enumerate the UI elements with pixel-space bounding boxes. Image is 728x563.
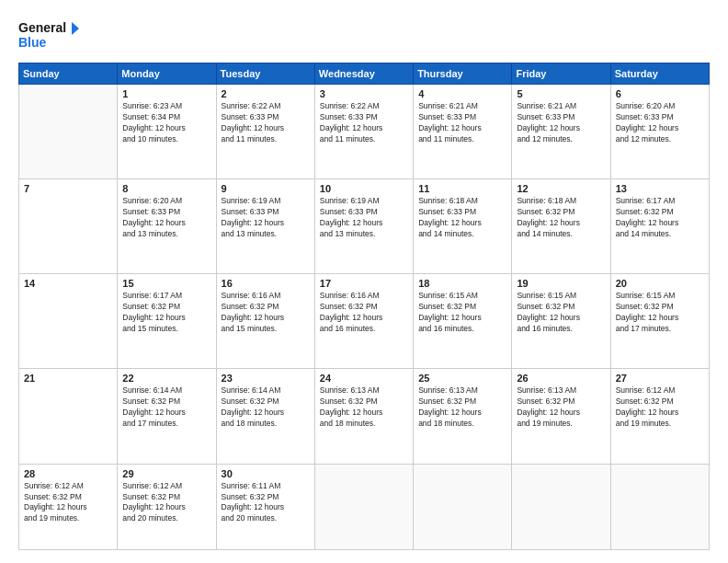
calendar-cell: 29Sunrise: 6:12 AMSunset: 6:32 PMDayligh… [118, 464, 216, 549]
calendar-cell: 23Sunrise: 6:14 AMSunset: 6:32 PMDayligh… [216, 369, 314, 464]
calendar-cell: 15Sunrise: 6:17 AMSunset: 6:32 PMDayligh… [118, 274, 216, 369]
calendar-cell: 1Sunrise: 6:23 AMSunset: 6:34 PMDaylight… [118, 85, 216, 179]
calendar-cell: 18Sunrise: 6:15 AMSunset: 6:32 PMDayligh… [414, 274, 512, 369]
day-number: 26 [517, 373, 605, 384]
calendar-cell: 12Sunrise: 6:18 AMSunset: 6:32 PMDayligh… [512, 179, 610, 274]
calendar-cell: 5Sunrise: 6:21 AMSunset: 6:33 PMDaylight… [512, 85, 610, 179]
calendar-cell [610, 464, 709, 549]
calendar-header-row: SundayMondayTuesdayWednesdayThursdayFrid… [19, 63, 710, 85]
day-number: 5 [517, 88, 605, 99]
day-number: 28 [24, 468, 112, 479]
day-info: Sunrise: 6:15 AMSunset: 6:32 PMDaylight:… [418, 291, 506, 335]
day-number: 13 [616, 183, 704, 194]
calendar-header-sunday: Sunday [19, 63, 118, 85]
day-number: 14 [24, 278, 112, 289]
calendar-cell: 24Sunrise: 6:13 AMSunset: 6:32 PMDayligh… [314, 369, 413, 464]
day-number: 22 [122, 373, 210, 384]
calendar-cell: 30Sunrise: 6:11 AMSunset: 6:32 PMDayligh… [216, 464, 314, 549]
calendar-cell: 27Sunrise: 6:12 AMSunset: 6:32 PMDayligh… [610, 369, 709, 464]
day-number: 23 [222, 373, 310, 384]
day-number: 21 [24, 373, 112, 384]
calendar-week-5: 28Sunrise: 6:12 AMSunset: 6:32 PMDayligh… [19, 464, 710, 549]
calendar-cell: 8Sunrise: 6:20 AMSunset: 6:33 PMDaylight… [118, 179, 216, 274]
calendar-cell: 11Sunrise: 6:18 AMSunset: 6:33 PMDayligh… [414, 179, 512, 274]
calendar-cell [314, 464, 413, 549]
day-number: 27 [616, 373, 704, 384]
logo-svg: General Blue [18, 17, 83, 53]
day-info: Sunrise: 6:19 AMSunset: 6:33 PMDaylight:… [320, 196, 408, 240]
day-info: Sunrise: 6:13 AMSunset: 6:32 PMDaylight:… [320, 385, 408, 430]
calendar-cell: 21 [19, 369, 118, 464]
day-number: 20 [616, 278, 704, 289]
day-number: 17 [320, 278, 408, 289]
calendar-header-friday: Friday [512, 63, 610, 85]
calendar-cell: 22Sunrise: 6:14 AMSunset: 6:32 PMDayligh… [118, 369, 216, 464]
day-info: Sunrise: 6:16 AMSunset: 6:32 PMDaylight:… [320, 291, 408, 335]
day-info: Sunrise: 6:12 AMSunset: 6:32 PMDaylight:… [24, 481, 112, 525]
calendar-cell: 28Sunrise: 6:12 AMSunset: 6:32 PMDayligh… [19, 464, 118, 549]
calendar-cell: 10Sunrise: 6:19 AMSunset: 6:33 PMDayligh… [314, 179, 413, 274]
calendar-cell: 16Sunrise: 6:16 AMSunset: 6:32 PMDayligh… [216, 274, 314, 369]
day-number: 24 [320, 373, 408, 384]
calendar-week-3: 1415Sunrise: 6:17 AMSunset: 6:32 PMDayli… [19, 274, 710, 369]
day-info: Sunrise: 6:18 AMSunset: 6:33 PMDaylight:… [418, 196, 506, 240]
day-number: 10 [320, 183, 408, 194]
page-header: General Blue [18, 17, 710, 53]
calendar-week-4: 2122Sunrise: 6:14 AMSunset: 6:32 PMDayli… [19, 369, 710, 464]
calendar-cell: 4Sunrise: 6:21 AMSunset: 6:33 PMDaylight… [414, 85, 512, 179]
day-number: 1 [122, 88, 210, 99]
calendar-cell: 6Sunrise: 6:20 AMSunset: 6:33 PMDaylight… [610, 85, 709, 179]
day-info: Sunrise: 6:11 AMSunset: 6:32 PMDaylight:… [222, 481, 310, 525]
svg-text:Blue: Blue [18, 35, 47, 50]
day-info: Sunrise: 6:14 AMSunset: 6:32 PMDaylight:… [222, 385, 310, 430]
calendar-week-1: 1Sunrise: 6:23 AMSunset: 6:34 PMDaylight… [19, 85, 710, 179]
day-info: Sunrise: 6:16 AMSunset: 6:32 PMDaylight:… [222, 291, 310, 335]
day-info: Sunrise: 6:21 AMSunset: 6:33 PMDaylight:… [418, 101, 506, 145]
day-number: 11 [418, 183, 506, 194]
day-info: Sunrise: 6:12 AMSunset: 6:32 PMDaylight:… [616, 385, 704, 430]
calendar-cell: 13Sunrise: 6:17 AMSunset: 6:32 PMDayligh… [610, 179, 709, 274]
calendar-cell: 7 [19, 179, 118, 274]
calendar-cell: 26Sunrise: 6:13 AMSunset: 6:32 PMDayligh… [512, 369, 610, 464]
day-info: Sunrise: 6:17 AMSunset: 6:32 PMDaylight:… [616, 196, 704, 240]
calendar-week-2: 78Sunrise: 6:20 AMSunset: 6:33 PMDayligh… [19, 179, 710, 274]
day-number: 12 [517, 183, 605, 194]
calendar-cell: 14 [19, 274, 118, 369]
day-info: Sunrise: 6:20 AMSunset: 6:33 PMDaylight:… [122, 196, 210, 240]
day-info: Sunrise: 6:22 AMSunset: 6:33 PMDaylight:… [222, 101, 310, 145]
day-info: Sunrise: 6:21 AMSunset: 6:33 PMDaylight:… [517, 101, 605, 145]
calendar-header-thursday: Thursday [414, 63, 512, 85]
day-info: Sunrise: 6:15 AMSunset: 6:32 PMDaylight:… [616, 291, 704, 335]
calendar-cell: 2Sunrise: 6:22 AMSunset: 6:33 PMDaylight… [216, 85, 314, 179]
calendar-cell [414, 464, 512, 549]
day-number: 15 [122, 278, 210, 289]
day-info: Sunrise: 6:20 AMSunset: 6:33 PMDaylight:… [616, 101, 704, 145]
svg-marker-2 [72, 22, 79, 35]
calendar-header-saturday: Saturday [610, 63, 709, 85]
day-number: 4 [418, 88, 506, 99]
calendar-cell: 19Sunrise: 6:15 AMSunset: 6:32 PMDayligh… [512, 274, 610, 369]
day-number: 7 [24, 183, 112, 194]
day-number: 6 [616, 88, 704, 99]
day-info: Sunrise: 6:13 AMSunset: 6:32 PMDaylight:… [418, 385, 506, 430]
calendar-cell: 25Sunrise: 6:13 AMSunset: 6:32 PMDayligh… [414, 369, 512, 464]
calendar-table: SundayMondayTuesdayWednesdayThursdayFrid… [18, 63, 710, 550]
svg-text:General: General [18, 20, 66, 35]
day-info: Sunrise: 6:19 AMSunset: 6:33 PMDaylight:… [222, 196, 310, 240]
day-info: Sunrise: 6:22 AMSunset: 6:33 PMDaylight:… [320, 101, 408, 145]
day-number: 16 [222, 278, 310, 289]
calendar-cell: 17Sunrise: 6:16 AMSunset: 6:32 PMDayligh… [314, 274, 413, 369]
calendar-header-monday: Monday [118, 63, 216, 85]
day-number: 9 [222, 183, 310, 194]
calendar-cell [19, 85, 118, 179]
day-info: Sunrise: 6:14 AMSunset: 6:32 PMDaylight:… [122, 385, 210, 430]
day-info: Sunrise: 6:13 AMSunset: 6:32 PMDaylight:… [517, 385, 605, 430]
calendar-cell: 20Sunrise: 6:15 AMSunset: 6:32 PMDayligh… [610, 274, 709, 369]
day-number: 30 [222, 468, 310, 479]
day-number: 19 [517, 278, 605, 289]
calendar-cell [512, 464, 610, 549]
day-info: Sunrise: 6:18 AMSunset: 6:32 PMDaylight:… [517, 196, 605, 240]
day-info: Sunrise: 6:15 AMSunset: 6:32 PMDaylight:… [517, 291, 605, 335]
calendar-header-tuesday: Tuesday [216, 63, 314, 85]
day-number: 2 [222, 88, 310, 99]
